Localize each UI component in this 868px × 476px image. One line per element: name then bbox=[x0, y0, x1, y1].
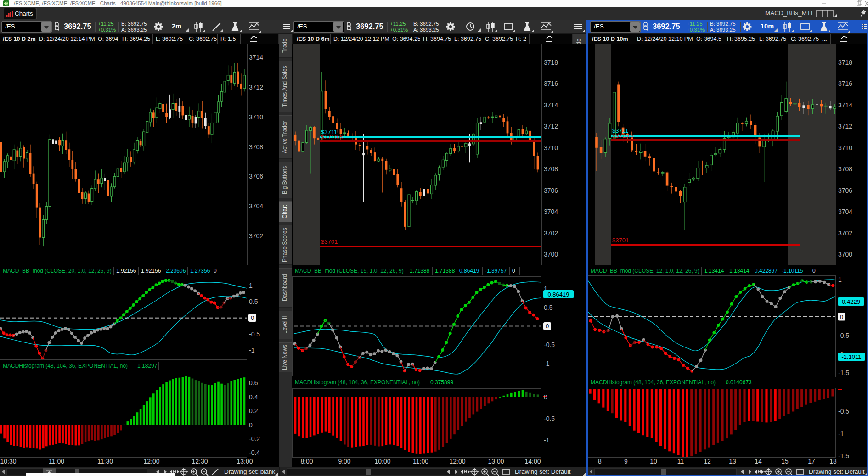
svg-text:10:00: 10:00 bbox=[374, 458, 390, 465]
svg-text:$3710.6: $3710.6 bbox=[612, 132, 634, 139]
svg-text:-1: -1 bbox=[544, 360, 550, 367]
svg-text:8: 8 bbox=[598, 458, 602, 465]
svg-text:3702: 3702 bbox=[544, 230, 558, 237]
svg-text:8:00: 8:00 bbox=[300, 458, 313, 465]
svg-text:-0.2: -0.2 bbox=[249, 435, 260, 442]
svg-text:3700: 3700 bbox=[838, 251, 852, 258]
svg-text:-0.5: -0.5 bbox=[544, 341, 555, 348]
svg-text:3700: 3700 bbox=[544, 251, 558, 258]
svg-text:11: 11 bbox=[677, 458, 684, 465]
svg-text:$3710.6: $3710.6 bbox=[321, 134, 343, 140]
svg-text:-1.1011: -1.1011 bbox=[841, 353, 861, 360]
svg-text:3712: 3712 bbox=[838, 123, 852, 130]
svg-text:3702: 3702 bbox=[838, 230, 852, 237]
svg-text:9:00: 9:00 bbox=[338, 458, 350, 465]
svg-text:-0.5: -0.5 bbox=[249, 330, 260, 338]
svg-text:14:00: 14:00 bbox=[524, 458, 541, 465]
svg-text:13:00: 13:00 bbox=[237, 458, 253, 465]
svg-text:3704: 3704 bbox=[249, 202, 263, 210]
svg-text:0: 0 bbox=[840, 314, 843, 320]
svg-text:1: 1 bbox=[838, 276, 842, 283]
svg-text:13:00: 13:00 bbox=[488, 458, 504, 465]
svg-text:3716: 3716 bbox=[544, 80, 558, 87]
svg-text:3714: 3714 bbox=[838, 101, 852, 109]
svg-text:0.2: 0.2 bbox=[249, 407, 258, 414]
svg-text:3714: 3714 bbox=[249, 54, 263, 61]
svg-text:3708: 3708 bbox=[249, 143, 263, 151]
svg-text:3706: 3706 bbox=[544, 187, 558, 194]
svg-text:3702: 3702 bbox=[249, 232, 263, 240]
svg-text:-1.5: -1.5 bbox=[838, 452, 849, 459]
svg-text:9: 9 bbox=[624, 458, 628, 465]
svg-text:0.5: 0.5 bbox=[249, 298, 258, 305]
svg-text:1: 1 bbox=[249, 282, 253, 289]
svg-text:0.6: 0.6 bbox=[249, 379, 258, 386]
svg-text:3704: 3704 bbox=[544, 208, 558, 215]
svg-text:11:00: 11:00 bbox=[49, 458, 64, 465]
svg-text:0.5: 0.5 bbox=[544, 304, 553, 311]
svg-text:3706: 3706 bbox=[249, 173, 263, 180]
svg-text:12: 12 bbox=[704, 458, 711, 465]
svg-text:-0.4: -0.4 bbox=[249, 449, 260, 456]
svg-text:$3701: $3701 bbox=[612, 237, 629, 244]
svg-text:-1: -1 bbox=[249, 347, 255, 354]
svg-text:11:00: 11:00 bbox=[413, 458, 428, 465]
svg-text:-1.5: -1.5 bbox=[838, 369, 849, 376]
svg-text:-0.5: -0.5 bbox=[838, 408, 849, 415]
svg-text:3708: 3708 bbox=[544, 165, 558, 173]
svg-text:3710: 3710 bbox=[249, 113, 263, 121]
svg-text:10:30: 10:30 bbox=[0, 458, 16, 465]
svg-text:3710: 3710 bbox=[544, 144, 558, 151]
svg-text:-0.5: -0.5 bbox=[838, 332, 849, 339]
svg-text:3706: 3706 bbox=[838, 187, 852, 194]
svg-text:0: 0 bbox=[546, 323, 549, 330]
svg-text:3708: 3708 bbox=[838, 165, 852, 173]
svg-text:0: 0 bbox=[544, 393, 547, 401]
svg-text:14: 14 bbox=[755, 458, 762, 465]
svg-text:12:00: 12:00 bbox=[143, 458, 159, 465]
svg-text:0: 0 bbox=[249, 421, 253, 429]
svg-text:15: 15 bbox=[781, 458, 789, 465]
svg-text:-1: -1 bbox=[838, 430, 844, 437]
svg-text:3716: 3716 bbox=[838, 80, 852, 87]
svg-text:3710: 3710 bbox=[838, 144, 852, 151]
svg-text:12:00: 12:00 bbox=[449, 458, 465, 465]
svg-text:0: 0 bbox=[251, 314, 254, 321]
svg-text:17: 17 bbox=[808, 458, 815, 465]
svg-text:12:30: 12:30 bbox=[192, 458, 208, 465]
svg-text:13: 13 bbox=[729, 458, 736, 465]
svg-text:0.4: 0.4 bbox=[249, 393, 258, 401]
svg-text:3714: 3714 bbox=[544, 101, 558, 109]
svg-text:3718: 3718 bbox=[838, 59, 852, 66]
svg-text:18: 18 bbox=[829, 458, 837, 465]
svg-text:0.86419: 0.86419 bbox=[548, 291, 569, 298]
svg-text:-1: -1 bbox=[544, 437, 550, 444]
svg-text:10: 10 bbox=[650, 458, 657, 465]
svg-text:3712: 3712 bbox=[249, 84, 263, 91]
svg-text:3718: 3718 bbox=[544, 59, 558, 66]
svg-text:$3701: $3701 bbox=[321, 238, 338, 245]
svg-text:0.4229: 0.4229 bbox=[842, 298, 860, 305]
svg-text:-0.5: -0.5 bbox=[544, 415, 555, 422]
svg-text:11:30: 11:30 bbox=[97, 458, 113, 465]
svg-text:3704: 3704 bbox=[838, 208, 852, 215]
svg-text:3712: 3712 bbox=[544, 123, 558, 130]
